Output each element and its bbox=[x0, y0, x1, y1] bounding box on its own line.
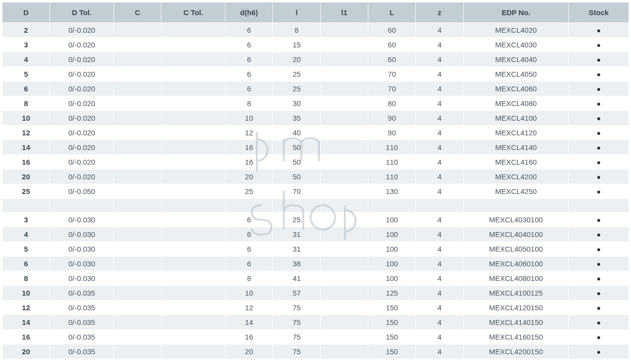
cell-l: 31 bbox=[273, 227, 320, 242]
cell-big_l: 70 bbox=[368, 67, 416, 82]
cell-d_h6: 12 bbox=[225, 126, 273, 140]
cell-d_h6: 16 bbox=[225, 330, 273, 344]
cell-stock: ● bbox=[568, 213, 629, 227]
cell-big_l: 90 bbox=[368, 111, 416, 126]
cell-edp: MEXCL4160150 bbox=[463, 330, 568, 344]
cell-d_tol: 0/-0.030 bbox=[50, 271, 114, 286]
cell-d: 12 bbox=[2, 126, 50, 140]
cell-d: 8 bbox=[2, 271, 50, 286]
cell-l: 25 bbox=[273, 82, 320, 96]
table-row: 30/-0.020615604MEXCL4030● bbox=[2, 38, 629, 52]
cell-d: 8 bbox=[2, 96, 50, 111]
cell-c_tol bbox=[161, 52, 225, 67]
table-row: 120/-0.03512751504MEXCL4120150● bbox=[2, 300, 629, 315]
cell-d: 3 bbox=[2, 38, 50, 52]
table-row: 60/-0.0306381004MEXCL4060100● bbox=[2, 257, 629, 271]
cell-z: 4 bbox=[416, 140, 463, 155]
cell-d: 16 bbox=[2, 155, 50, 170]
cell-d_h6: 20 bbox=[225, 344, 273, 359]
cell-l: 25 bbox=[273, 213, 320, 227]
cell-c bbox=[114, 199, 161, 213]
cell-c_tol bbox=[161, 82, 225, 96]
cell-z: 4 bbox=[416, 155, 463, 170]
table-row: 80/-0.0308411004MEXCL4080100● bbox=[2, 271, 629, 286]
table-row: 160/-0.03516751504MEXCL4160150● bbox=[2, 330, 629, 344]
cell-d_tol: 0/-0.020 bbox=[50, 38, 114, 52]
cell-c_tol bbox=[161, 315, 225, 330]
cell-stock: ● bbox=[568, 330, 629, 344]
cell-edp: MEXCL4060 bbox=[463, 82, 568, 96]
cell-c_tol bbox=[161, 23, 225, 38]
cell-c_tol bbox=[161, 199, 225, 213]
cell-z: 4 bbox=[416, 67, 463, 82]
cell-l1 bbox=[320, 286, 368, 300]
cell-edp: MEXCL4200150 bbox=[463, 344, 568, 359]
cell-stock: ● bbox=[568, 286, 629, 300]
cell-c_tol bbox=[161, 286, 225, 300]
cell-l: 50 bbox=[273, 155, 320, 170]
cell-d_tol: 0/-0.020 bbox=[50, 155, 114, 170]
cell-c bbox=[114, 82, 161, 96]
cell-edp: MEXCL4120 bbox=[463, 126, 568, 140]
cell-big_l: 80 bbox=[368, 96, 416, 111]
header-big-l: L bbox=[368, 2, 416, 23]
table-row: 50/-0.020625704MEXCL4050● bbox=[2, 67, 629, 82]
cell-d: 2 bbox=[2, 23, 50, 38]
cell-l: 25 bbox=[273, 67, 320, 82]
cell-z: 4 bbox=[416, 315, 463, 330]
cell-edp: MEXCL4250 bbox=[463, 184, 568, 199]
cell-z: 4 bbox=[416, 213, 463, 227]
cell-d_h6: 6 bbox=[225, 82, 273, 96]
cell-l: 15 bbox=[273, 38, 320, 52]
cell-d: 6 bbox=[2, 82, 50, 96]
cell-d_h6: 6 bbox=[225, 38, 273, 52]
table-row: 80/-0.020830804MEXCL4080● bbox=[2, 96, 629, 111]
cell-z: 4 bbox=[416, 126, 463, 140]
header-d-tol: D Tol. bbox=[50, 2, 114, 23]
cell-stock: ● bbox=[568, 96, 629, 111]
cell-stock: ● bbox=[568, 111, 629, 126]
cell-d_h6: 6 bbox=[225, 52, 273, 67]
cell-d_h6: 8 bbox=[225, 271, 273, 286]
cell-big_l: 100 bbox=[368, 213, 416, 227]
cell-l1 bbox=[320, 23, 368, 38]
header-d-h6: d(h6) bbox=[225, 2, 273, 23]
cell-l1 bbox=[320, 213, 368, 227]
cell-l1 bbox=[320, 184, 368, 199]
cell-edp: MEXCL4060100 bbox=[463, 257, 568, 271]
cell-c_tol bbox=[161, 344, 225, 359]
cell-c bbox=[114, 38, 161, 52]
cell-edp: MEXCL4040 bbox=[463, 52, 568, 67]
cell-big_l: 150 bbox=[368, 300, 416, 315]
cell-stock: ● bbox=[568, 344, 629, 359]
cell-d_tol: 0/-0.035 bbox=[50, 315, 114, 330]
cell-d_h6: 10 bbox=[225, 111, 273, 126]
cell-edp: MEXCL4140150 bbox=[463, 315, 568, 330]
cell-l1 bbox=[320, 155, 368, 170]
cell-d_tol: 0/-0.030 bbox=[50, 213, 114, 227]
cell-c_tol bbox=[161, 140, 225, 155]
cell-edp: MEXCL4160 bbox=[463, 155, 568, 170]
table-row: 160/-0.02016501104MEXCL4160● bbox=[2, 155, 629, 170]
table-row: 100/-0.03510571254MEXCL4100125● bbox=[2, 286, 629, 300]
cell-d_tol: 0/-0.020 bbox=[50, 140, 114, 155]
cell-z: 4 bbox=[416, 344, 463, 359]
cell-l1 bbox=[320, 257, 368, 271]
cell-d_tol: 0/-0.030 bbox=[50, 242, 114, 257]
cell-z: 4 bbox=[416, 52, 463, 67]
cell-d: 14 bbox=[2, 140, 50, 155]
cell-d_tol: 0/-0.020 bbox=[50, 126, 114, 140]
cell-c_tol bbox=[161, 300, 225, 315]
cell-d: 10 bbox=[2, 286, 50, 300]
cell-c bbox=[114, 140, 161, 155]
cell-d_h6: 6 bbox=[225, 213, 273, 227]
cell-big_l: 110 bbox=[368, 155, 416, 170]
cell-c bbox=[114, 257, 161, 271]
table-row: 250/-0.05025701304MEXCL4250● bbox=[2, 184, 629, 199]
cell-l1 bbox=[320, 227, 368, 242]
cell-edp: MEXCL4030 bbox=[463, 38, 568, 52]
cell-l: 35 bbox=[273, 111, 320, 126]
cell-l: 31 bbox=[273, 242, 320, 257]
cell-d_h6: 20 bbox=[225, 170, 273, 184]
cell-c bbox=[114, 67, 161, 82]
